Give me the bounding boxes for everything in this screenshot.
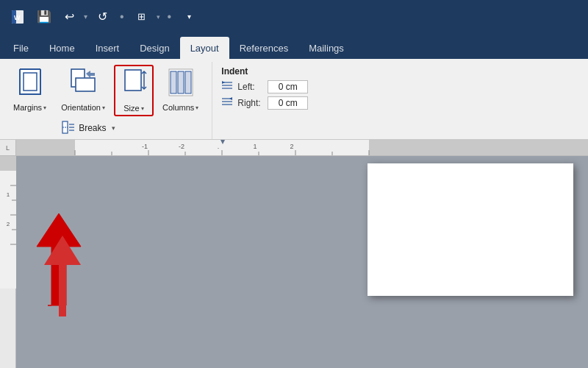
svg-text:-2: -2 — [179, 143, 184, 150]
size-arrow: ▾ — [141, 105, 144, 112]
margins-arrow: ▾ — [43, 105, 46, 111]
columns-arrow: ▾ — [196, 105, 198, 111]
document-page — [368, 163, 573, 296]
indent-left-row: Left: — [221, 79, 321, 93]
svg-text:1: 1 — [7, 191, 10, 198]
tab-layout[interactable]: Layout — [180, 37, 229, 59]
margins-label-row: Margins ▾ — [13, 103, 46, 112]
page-setup-items: Margins ▾ — [7, 65, 204, 116]
indent-title: Indent — [221, 66, 321, 77]
horizontal-ruler: -1 -2 . 1 2 — [16, 140, 588, 156]
table-button[interactable]: ⊞ — [132, 7, 152, 27]
orientation-arrow: ▾ — [102, 105, 105, 111]
separator2: • — [168, 10, 172, 24]
columns-icon — [168, 68, 194, 101]
margins-button[interactable]: Margins ▾ — [7, 65, 52, 115]
quick-access-toolbar: 💾 ↩ ▾ ↺ • ⊞ ▾ • ▾ — [34, 7, 199, 27]
svg-rect-39 — [369, 140, 588, 156]
size-button[interactable]: Size ▾ — [114, 65, 154, 116]
svg-text:2: 2 — [7, 221, 10, 227]
table-dropdown-arrow[interactable]: ▾ — [157, 13, 160, 21]
svg-text:-1: -1 — [142, 143, 148, 150]
svg-marker-37 — [229, 97, 232, 100]
page-area — [16, 156, 588, 368]
save-button[interactable]: 💾 — [34, 7, 54, 27]
margins-label: Margins — [13, 103, 42, 112]
svg-text:1: 1 — [253, 143, 257, 150]
size-label: Size — [123, 104, 139, 113]
svg-rect-14 — [171, 71, 176, 93]
indent-right-row: Right: — [221, 96, 321, 110]
margins-icon — [17, 68, 43, 101]
size-icon — [121, 68, 147, 102]
ribbon: Margins ▾ — [0, 59, 588, 140]
orientation-label: Orientation — [61, 103, 101, 112]
orientation-icon — [70, 68, 96, 101]
vertical-ruler-svg: 1 2 — [0, 156, 16, 303]
indent-left-label: Left: — [237, 82, 263, 92]
indent-right-icon — [221, 96, 233, 110]
columns-label: Columns — [162, 103, 194, 112]
breaks-label: Breaks — [79, 123, 106, 133]
tab-references[interactable]: References — [229, 37, 298, 59]
svg-text:W: W — [14, 14, 21, 21]
orientation-button[interactable]: Orientation ▾ — [55, 65, 111, 115]
svg-rect-15 — [178, 71, 184, 93]
tab-file[interactable]: File — [3, 37, 39, 59]
svg-rect-16 — [185, 71, 191, 93]
separator: • — [120, 10, 124, 24]
breaks-icon — [62, 121, 75, 136]
undo-dropdown-arrow[interactable]: ▾ — [84, 13, 87, 21]
tab-mailings[interactable]: Mailings — [298, 37, 354, 59]
tab-design[interactable]: Design — [129, 37, 179, 59]
indent-section: Indent Left: R — [212, 62, 330, 139]
ruler-row: L -1 -2 . — [0, 140, 588, 156]
svg-rect-8 — [76, 78, 95, 91]
ribbon-group-page-setup: Margins ▾ — [0, 62, 212, 139]
svg-text:.: . — [218, 143, 220, 150]
app-icon: W — [7, 7, 28, 27]
customize-button[interactable]: ▾ — [179, 7, 199, 27]
svg-rect-38 — [16, 140, 75, 156]
indent-left-input[interactable] — [268, 80, 308, 93]
breaks-button[interactable]: Breaks ▾ — [57, 118, 160, 138]
indent-right-input[interactable] — [268, 96, 308, 110]
svg-rect-56 — [0, 156, 16, 171]
vertical-ruler: 1 2 — [0, 156, 16, 368]
svg-text:2: 2 — [290, 143, 293, 150]
canvas-row: 1 2 — [0, 156, 588, 368]
undo-button[interactable]: ↩ — [59, 7, 79, 27]
breaks-arrow: ▾ — [112, 124, 115, 132]
tab-home[interactable]: Home — [39, 37, 85, 59]
ribbon-tabs: File Home Insert Design Layout Reference… — [0, 33, 588, 59]
columns-label-row: Columns ▾ — [162, 103, 198, 112]
tab-insert[interactable]: Insert — [85, 37, 130, 59]
redo-button[interactable]: ↺ — [92, 7, 112, 27]
ruler-corner-icon: L — [6, 144, 10, 152]
size-label-row: Size ▾ — [123, 104, 143, 113]
indent-left-icon — [221, 79, 233, 93]
svg-marker-33 — [222, 81, 225, 84]
columns-button[interactable]: Columns ▾ — [157, 65, 204, 115]
title-bar: W 💾 ↩ ▾ ↺ • ⊞ ▾ • ▾ — [0, 0, 588, 33]
ruler-corner: L — [0, 140, 16, 156]
indent-right-label: Right: — [237, 98, 263, 108]
svg-rect-10 — [125, 70, 141, 91]
orientation-label-row: Orientation ▾ — [61, 103, 105, 112]
ruler-svg: -1 -2 . 1 2 — [16, 140, 588, 156]
document-area: L -1 -2 . — [0, 140, 588, 368]
